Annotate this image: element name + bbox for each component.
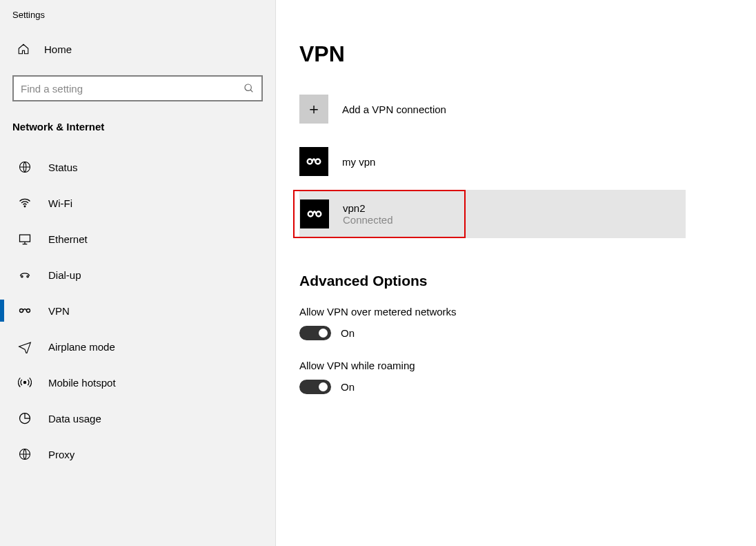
nav-label: Proxy bbox=[48, 449, 74, 460]
svg-line-1 bbox=[250, 90, 252, 92]
highlight-box: vpn2 Connected bbox=[293, 190, 466, 238]
dialup-icon bbox=[18, 268, 32, 282]
nav-label: Dial-up bbox=[48, 269, 81, 281]
nav-label: Ethernet bbox=[48, 233, 88, 245]
nav-label: VPN bbox=[48, 305, 70, 317]
vpn-list: ＋ Add a VPN connection my vpn vpn2 Conne… bbox=[299, 92, 756, 238]
datausage-icon bbox=[18, 411, 32, 425]
proxy-icon bbox=[18, 447, 32, 461]
toggle-state: On bbox=[341, 381, 355, 393]
sidebar-item-datausage[interactable]: Data usage bbox=[0, 400, 275, 436]
search-box[interactable] bbox=[12, 75, 263, 101]
sidebar-home[interactable]: Home bbox=[0, 34, 275, 64]
svg-point-8 bbox=[27, 309, 30, 313]
ethernet-icon bbox=[18, 232, 32, 246]
hotspot-icon bbox=[18, 376, 32, 389]
nav-label: Data usage bbox=[48, 413, 101, 425]
sidebar-category: Network & Internet bbox=[0, 113, 275, 149]
nav-label: Status bbox=[48, 162, 78, 173]
sidebar-item-hotspot[interactable]: Mobile hotspot bbox=[0, 364, 275, 400]
svg-point-3 bbox=[24, 206, 26, 207]
vpn-icon bbox=[18, 304, 32, 318]
sidebar-item-ethernet[interactable]: Ethernet bbox=[0, 221, 275, 257]
add-vpn-button[interactable]: ＋ Add a VPN connection bbox=[299, 92, 756, 129]
search-icon bbox=[243, 83, 255, 94]
svg-point-12 bbox=[315, 159, 320, 164]
app-title: Settings bbox=[0, 8, 275, 34]
toggle-switch[interactable] bbox=[299, 380, 331, 394]
toggle-state: On bbox=[341, 327, 355, 339]
vpn-tile-icon bbox=[299, 147, 328, 176]
sidebar-item-dialup[interactable]: Dial-up bbox=[0, 257, 275, 293]
nav-label: Airplane mode bbox=[48, 341, 115, 353]
vpn-connection-myvpn[interactable]: my vpn bbox=[299, 140, 756, 183]
home-label: Home bbox=[44, 43, 72, 55]
svg-point-14 bbox=[316, 212, 321, 217]
vpn-status: Connected bbox=[343, 214, 393, 226]
option-label: Allow VPN while roaming bbox=[299, 360, 756, 371]
sidebar-item-proxy[interactable]: Proxy bbox=[0, 436, 275, 472]
svg-point-7 bbox=[20, 309, 23, 313]
option-metered: Allow VPN over metered networks On bbox=[299, 306, 756, 340]
option-roaming: Allow VPN while roaming On bbox=[299, 360, 756, 394]
sidebar-item-airplane[interactable]: Airplane mode bbox=[0, 329, 275, 364]
svg-point-6 bbox=[27, 275, 29, 277]
vpn-tile-icon bbox=[300, 199, 329, 228]
sidebar-item-status[interactable]: Status bbox=[0, 149, 275, 185]
sidebar-item-vpn[interactable]: VPN bbox=[0, 293, 275, 329]
svg-point-5 bbox=[21, 275, 23, 277]
advanced-options-title: Advanced Options bbox=[299, 273, 756, 289]
svg-point-13 bbox=[308, 212, 313, 217]
vpn-name: vpn2 bbox=[343, 202, 393, 214]
option-label: Allow VPN over metered networks bbox=[299, 306, 756, 318]
svg-point-0 bbox=[245, 84, 251, 90]
nav-label: Wi-Fi bbox=[48, 197, 72, 209]
nav-label: Mobile hotspot bbox=[48, 377, 116, 389]
airplane-icon bbox=[18, 340, 32, 353]
toggle-metered[interactable]: On bbox=[299, 326, 756, 340]
sidebar: Settings Home Network & Internet Status … bbox=[0, 0, 276, 546]
sidebar-item-wifi[interactable]: Wi-Fi bbox=[0, 185, 275, 221]
plus-icon: ＋ bbox=[299, 95, 328, 124]
svg-rect-4 bbox=[20, 235, 30, 242]
vpn-name: my vpn bbox=[342, 156, 375, 168]
toggle-switch[interactable] bbox=[299, 326, 331, 340]
vpn-connection-vpn2[interactable]: vpn2 Connected bbox=[299, 190, 686, 238]
home-icon bbox=[17, 42, 30, 56]
wifi-icon bbox=[18, 196, 32, 210]
globe-icon bbox=[18, 160, 32, 174]
page-title: VPN bbox=[299, 41, 756, 67]
svg-point-9 bbox=[23, 381, 26, 383]
add-vpn-label: Add a VPN connection bbox=[342, 104, 446, 115]
search-input[interactable] bbox=[21, 83, 243, 95]
svg-point-11 bbox=[308, 159, 312, 164]
toggle-roaming[interactable]: On bbox=[299, 380, 756, 394]
main-content: VPN ＋ Add a VPN connection my vpn vpn2 bbox=[276, 0, 756, 546]
